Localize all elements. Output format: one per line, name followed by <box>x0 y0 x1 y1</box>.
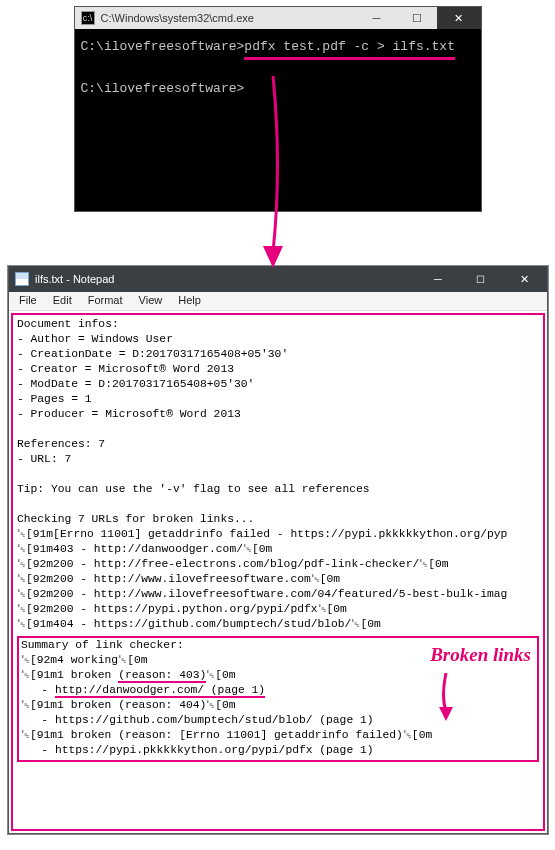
maximize-button[interactable]: ☐ <box>459 266 501 292</box>
menu-help[interactable]: Help <box>170 292 209 310</box>
text-line: - Creator = Microsoft® Word 2013 <box>17 363 234 375</box>
text-line: ␛[92m200 - http://www.ilovefreesoftware.… <box>17 588 507 600</box>
text-line: References: 7 <box>17 438 105 450</box>
text-line: - Pages = 1 <box>17 393 92 405</box>
menu-edit[interactable]: Edit <box>45 292 80 310</box>
cmd-prompt: C:\ilovefreesoftware> <box>81 39 245 54</box>
text-line: ␛[91m1 broken (reason: 404)␛[0m <box>21 699 236 711</box>
notepad-menubar: File Edit Format View Help <box>9 292 547 311</box>
cmd-terminal[interactable]: C:\ilovefreesoftware>pdfx test.pdf -c > … <box>75 29 481 211</box>
minimize-button[interactable]: ─ <box>357 7 397 29</box>
text-line: Checking 7 URLs for broken links... <box>17 513 254 525</box>
text-line: ␛[92m200 - http://www.ilovefreesoftware.… <box>17 573 340 585</box>
text-line: Summary of link checker: <box>21 639 184 651</box>
broken-links-label: Broken links <box>430 647 531 662</box>
text-line: ␛[91m1 broken <box>21 669 118 681</box>
text-line: ␛[91m404 - https://github.com/bumptech/s… <box>17 618 381 630</box>
cmd-icon: c:\ <box>81 11 95 25</box>
text-line: - CreationDate = D:20170317165408+05'30' <box>17 348 288 360</box>
text-line: ␛[91m[Errno 11001] getaddrinfo failed - … <box>17 528 507 540</box>
menu-format[interactable]: Format <box>80 292 131 310</box>
text-underlined: (reason: 403) <box>118 669 206 683</box>
text-line: - URL: 7 <box>17 453 71 465</box>
text-underlined: http://danwoodger.com/ (page 1) <box>55 684 265 698</box>
notepad-icon <box>15 272 29 286</box>
text-line: Tip: You can use the '-v' flag to see al… <box>17 483 370 495</box>
text-line: - https://pypi.pkkkkkython.org/pypi/pdfx… <box>21 744 374 756</box>
arrow-icon <box>431 673 461 723</box>
text-line: - <box>21 684 55 696</box>
text-line: ␛[91m1 broken (reason: [Errno 11001] get… <box>21 729 432 741</box>
text-line: ␛[92m4 working␛[0m <box>21 654 147 666</box>
text-line: - https://github.com/bumptech/stud/blob/… <box>21 714 374 726</box>
menu-file[interactable]: File <box>11 292 45 310</box>
text-line: ␛[0m <box>206 669 235 681</box>
text-line: - Author = Windows User <box>17 333 173 345</box>
cmd-window: c:\ C:\Windows\system32\cmd.exe ─ ☐ ✕ C:… <box>74 6 482 212</box>
maximize-button[interactable]: ☐ <box>397 7 437 29</box>
text-line: ␛[91m403 - http://danwoodger.com/␛[0m <box>17 543 272 555</box>
cmd-command: pdfx test.pdf -c > ilfs.txt <box>244 37 455 60</box>
text-line: - Producer = Microsoft® Word 2013 <box>17 408 241 420</box>
notepad-window: ilfs.txt - Notepad ─ ☐ ✕ File Edit Forma… <box>8 266 548 834</box>
close-button[interactable]: ✕ <box>437 7 481 29</box>
cmd-titlebar: c:\ C:\Windows\system32\cmd.exe ─ ☐ ✕ <box>75 7 481 29</box>
cmd-prompt: C:\ilovefreesoftware> <box>81 81 245 96</box>
svg-marker-1 <box>439 707 453 721</box>
text-line: - ModDate = D:20170317165408+05'30' <box>17 378 254 390</box>
notepad-title: ilfs.txt - Notepad <box>35 273 417 285</box>
close-button[interactable]: ✕ <box>501 266 547 292</box>
svg-marker-0 <box>263 246 283 268</box>
minimize-button[interactable]: ─ <box>417 266 459 292</box>
text-line: ␛[92m200 - http://free-electrons.com/blo… <box>17 558 449 570</box>
text-line: Document infos: <box>17 318 119 330</box>
notepad-text-area[interactable]: Document infos: - Author = Windows User … <box>11 313 545 831</box>
text-line: ␛[92m200 - https://pypi.python.org/pypi/… <box>17 603 347 615</box>
cmd-title: C:\Windows\system32\cmd.exe <box>101 12 357 24</box>
notepad-titlebar: ilfs.txt - Notepad ─ ☐ ✕ <box>9 266 547 292</box>
menu-view[interactable]: View <box>131 292 171 310</box>
